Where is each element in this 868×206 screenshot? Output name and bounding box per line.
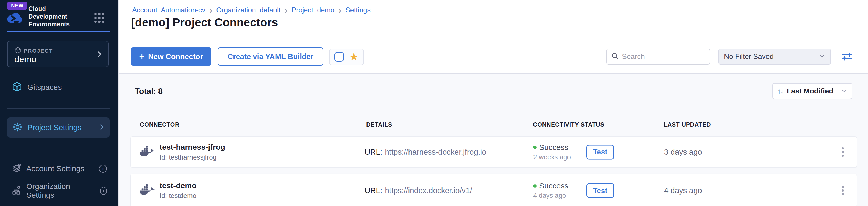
favorites-filter-group: ★ (329, 49, 364, 65)
product-title: Cloud Development Environments (28, 5, 76, 28)
page-title: [demo] Project Connectors (131, 16, 278, 29)
url-label: URL: (365, 148, 382, 156)
filter-sliders-icon[interactable] (841, 50, 853, 63)
status-text: Success (539, 181, 568, 190)
new-badge: NEW (7, 2, 27, 10)
search-icon (611, 52, 619, 61)
star-icon: ★ (349, 51, 359, 62)
status-success-dot (533, 146, 536, 149)
info-icon[interactable]: i (100, 187, 107, 195)
breadcrumb-separator-icon: › (339, 6, 341, 14)
chevron-right-icon (98, 124, 104, 131)
table-row[interactable]: test-harness-jfrog Id: testharnessjfrog … (130, 136, 857, 168)
sidebar-item-label: Project Settings (27, 123, 82, 132)
project-selector[interactable]: PROJECT demo (7, 41, 108, 67)
sidebar-item-gitspaces[interactable]: Gitspaces (7, 79, 110, 95)
brand-underline (7, 31, 110, 32)
last-updated-cell: 4 days ago (664, 186, 702, 195)
sidebar: NEW Cloud Development Environments PROJE… (0, 0, 119, 206)
connector-name: test-harness-jfrog (159, 143, 225, 152)
docker-icon (140, 145, 155, 159)
breadcrumb-separator-icon: › (284, 6, 287, 14)
sidebar-divider (7, 108, 110, 109)
connector-name-cell: test-demo Id: testdemo (159, 181, 196, 200)
breadcrumb-account[interactable]: Account: Automation-cv (132, 6, 206, 14)
test-connection-button[interactable]: Test (586, 183, 614, 198)
column-header-connectivity-status: CONNECTIVITY STATUS (533, 121, 604, 128)
sidebar-item-label: Organization Settings (26, 182, 91, 200)
project-label: PROJECT (24, 48, 53, 54)
column-header-connector: CONNECTOR (140, 121, 179, 128)
page-header: Account: Automation-cv › Organization: d… (119, 0, 868, 37)
row-menu-kebab-icon[interactable] (839, 183, 846, 198)
saved-filter-dropdown[interactable]: No Filter Saved (718, 49, 831, 65)
row-menu-kebab-icon[interactable] (839, 145, 846, 159)
column-header-last-updated: LAST UPDATED (663, 121, 711, 128)
search-input[interactable] (622, 52, 715, 61)
app-screen: NEW Cloud Development Environments PROJE… (0, 0, 868, 206)
sidebar-item-label: Gitspaces (27, 83, 62, 92)
url-value: https://index.docker.io/v1/ (385, 186, 472, 195)
sidebar-item-label: Account Settings (26, 164, 84, 173)
gear-icon (12, 122, 23, 133)
last-updated-cell: 3 days ago (664, 148, 702, 156)
sidebar-divider (7, 149, 110, 150)
breadcrumb-project[interactable]: Project: demo (291, 6, 335, 14)
status-time: 2 weeks ago (533, 153, 571, 161)
breadcrumb: Account: Automation-cv › Organization: d… (132, 6, 371, 14)
url-value: https://harness-docker.jfrog.io (385, 148, 486, 156)
search-box (607, 49, 710, 65)
plus-icon: + (139, 52, 145, 61)
favorites-checkbox[interactable] (334, 52, 344, 62)
info-icon[interactable]: i (99, 165, 107, 173)
sort-label: Last Modified (787, 87, 837, 95)
cde-logo-icon (7, 11, 23, 26)
connector-list: Total: 8 ↑↓ Last Modified CONNECTOR DETA… (119, 74, 868, 206)
sort-direction-icon: ↑↓ (778, 87, 783, 95)
connector-details-cell: URL:https://index.docker.io/v1/ (365, 186, 472, 195)
layers-gear-icon (12, 163, 22, 174)
status-text: Success (539, 143, 568, 152)
table-header-row: CONNECTOR DETAILS CONNECTIVITY STATUS LA… (130, 121, 857, 129)
create-via-yaml-builder-button[interactable]: Create via YAML Builder (218, 48, 323, 66)
connectivity-status-cell: Success 4 days ago (533, 181, 568, 200)
test-connection-button[interactable]: Test (586, 145, 614, 159)
connector-details-cell: URL:https://harness-docker.jfrog.io (365, 148, 486, 156)
sidebar-item-organization-settings[interactable]: Organization Settings i (7, 183, 110, 198)
status-time: 4 days ago (533, 191, 568, 200)
org-chart-gear-icon (12, 185, 22, 196)
new-connector-button[interactable]: + New Connector (131, 48, 211, 66)
saved-filter-label: No Filter Saved (724, 52, 818, 61)
docker-icon (140, 184, 155, 197)
project-cube-icon (14, 47, 21, 55)
sidebar-item-project-settings[interactable]: Project Settings (7, 118, 110, 137)
chevron-right-icon (96, 51, 103, 59)
connector-id: Id: testdemo (159, 192, 196, 200)
connector-name-cell: test-harness-jfrog Id: testharnessjfrog (159, 143, 225, 161)
app-grid-icon[interactable] (94, 13, 104, 23)
toolbar: + New Connector Create via YAML Builder … (119, 38, 868, 74)
connector-name: test-demo (159, 181, 196, 190)
breadcrumb-settings[interactable]: Settings (345, 6, 371, 14)
connectivity-status-cell: Success 2 weeks ago (533, 143, 571, 161)
table-row[interactable]: test-demo Id: testdemo URL:https://index… (130, 174, 857, 206)
project-name: demo (14, 54, 36, 64)
connector-id: Id: testharnessjfrog (159, 153, 225, 161)
gitspaces-cube-icon (12, 82, 22, 93)
column-header-details: DETAILS (366, 121, 392, 128)
url-label: URL: (365, 186, 382, 195)
sidebar-item-account-settings[interactable]: Account Settings i (7, 161, 110, 176)
chevron-down-icon (841, 87, 847, 95)
chevron-down-icon (818, 53, 825, 60)
total-count: Total: 8 (135, 87, 163, 96)
breadcrumb-separator-icon: › (210, 6, 212, 14)
status-success-dot (533, 184, 536, 188)
sort-dropdown[interactable]: ↑↓ Last Modified (772, 83, 852, 99)
breadcrumb-organization[interactable]: Organization: default (216, 6, 280, 14)
